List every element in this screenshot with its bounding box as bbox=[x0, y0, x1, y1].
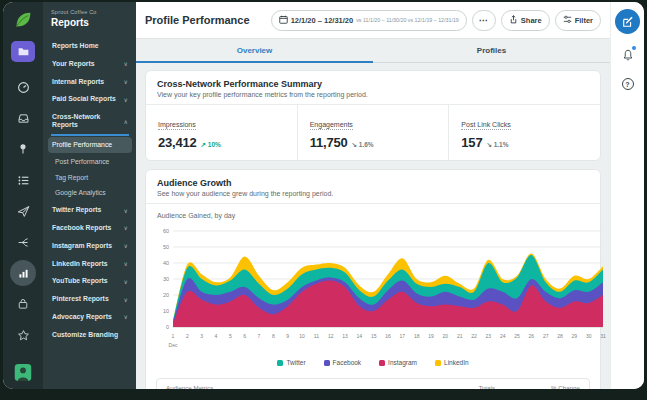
svg-text:4: 4 bbox=[215, 333, 218, 339]
svg-text:29: 29 bbox=[572, 333, 578, 339]
sidebar-item-pinterest-reports[interactable]: Pinterest Reports∨ bbox=[51, 290, 129, 308]
sidebar-item-facebook-reports[interactable]: Facebook Reports∨ bbox=[51, 219, 129, 237]
metric-post-link-clicks: Post Link Clicks157↘ 1.1% bbox=[448, 105, 600, 160]
legend-item-instagram: Instagram bbox=[379, 359, 417, 366]
svg-text:40: 40 bbox=[163, 260, 169, 266]
svg-text:13: 13 bbox=[342, 333, 348, 339]
help-icon[interactable]: ? bbox=[622, 78, 634, 90]
filter-sliders-icon bbox=[563, 15, 572, 26]
table-header-change: % Change bbox=[495, 384, 580, 389]
metric-impressions: Impressions23,412↗ 10% bbox=[146, 105, 297, 160]
notifications-bell-icon[interactable] bbox=[622, 47, 634, 65]
sidebar-item-twitter-reports[interactable]: Twitter Reports∨ bbox=[51, 201, 129, 219]
svg-text:11: 11 bbox=[314, 333, 319, 339]
store-bag-icon[interactable] bbox=[10, 291, 36, 317]
chevron-down-icon: ∨ bbox=[124, 242, 128, 249]
svg-text:28: 28 bbox=[557, 333, 563, 339]
audience-title: Audience Growth bbox=[157, 178, 589, 188]
listening-split-icon[interactable] bbox=[10, 229, 36, 255]
filter-button[interactable]: Filter bbox=[555, 10, 601, 31]
sidebar-item-label: Instagram Reports bbox=[52, 242, 112, 250]
report-content: Cross-Network Performance Summary View y… bbox=[136, 63, 610, 389]
share-icon bbox=[509, 15, 518, 26]
sidebar-item-internal-reports[interactable]: Internal Reports∨ bbox=[51, 73, 129, 91]
sidebar-item-cross-network-reports[interactable]: Cross-Network Reports∧ bbox=[51, 108, 129, 136]
inbox-icon[interactable] bbox=[10, 105, 36, 131]
sidebar-item-youtube-reports[interactable]: YouTube Reports∨ bbox=[51, 272, 129, 290]
reports-bar-chart-icon[interactable] bbox=[10, 260, 36, 286]
cross-network-summary-card: Cross-Network Performance Summary View y… bbox=[145, 70, 601, 161]
chevron-down-icon: ∨ bbox=[124, 207, 128, 214]
svg-text:15: 15 bbox=[371, 333, 377, 339]
metric-engagements: Engagements11,750↘ 1.6% bbox=[297, 105, 449, 160]
legend-label: LinkedIn bbox=[444, 359, 469, 366]
audience-chart-section: Audience Gained, by day 0102030405060123… bbox=[146, 203, 600, 374]
sidebar-item-reports-home[interactable]: Reports Home bbox=[51, 37, 129, 55]
svg-text:17: 17 bbox=[400, 333, 406, 339]
topbar-actions: 12/1/20 – 12/31/20 vs 11/1/20 – 11/30/20… bbox=[271, 10, 601, 31]
svg-text:26: 26 bbox=[529, 333, 535, 339]
topbar: Profile Performance 12/1/20 – 12/31/20 v… bbox=[136, 2, 610, 39]
org-name: Sprout Coffee Co bbox=[51, 9, 129, 15]
sidebar-item-your-reports[interactable]: Your Reports∨ bbox=[51, 55, 129, 73]
publishing-paper-plane-icon[interactable] bbox=[10, 198, 36, 224]
svg-text:20: 20 bbox=[443, 333, 449, 339]
sidebar-item-label: Advocacy Reports bbox=[52, 313, 112, 321]
svg-text:9: 9 bbox=[286, 333, 289, 339]
chevron-down-icon: ∨ bbox=[124, 96, 128, 103]
sidebar-item-linkedin-reports[interactable]: LinkedIn Reports∨ bbox=[51, 255, 129, 273]
dashboard-icon[interactable] bbox=[10, 74, 36, 100]
sidebar-item-label: Facebook Reports bbox=[52, 224, 111, 232]
compose-button[interactable] bbox=[615, 9, 640, 34]
sidebar-item-label: LinkedIn Reports bbox=[52, 260, 108, 268]
chevron-down-icon: ∨ bbox=[124, 224, 128, 231]
metric-label[interactable]: Impressions bbox=[158, 121, 196, 130]
svg-text:30: 30 bbox=[163, 276, 169, 282]
sidebar-item-label: Post Performance bbox=[55, 158, 109, 166]
svg-text:50: 50 bbox=[163, 244, 169, 250]
sidebar-item-instagram-reports[interactable]: Instagram Reports∨ bbox=[51, 237, 129, 255]
user-avatar[interactable] bbox=[15, 364, 32, 381]
svg-text:31: 31 bbox=[600, 333, 606, 339]
share-button[interactable]: Share bbox=[501, 10, 550, 31]
advocacy-star-icon[interactable] bbox=[10, 322, 36, 348]
app-icon-rail bbox=[3, 2, 43, 389]
svg-text:22: 22 bbox=[471, 333, 477, 339]
sprout-leaf-logo[interactable] bbox=[12, 9, 34, 31]
more-options-button[interactable]: ⋯ bbox=[472, 10, 496, 31]
svg-text:3: 3 bbox=[200, 333, 203, 339]
sidebar-item-paid-social-reports[interactable]: Paid Social Reports∨ bbox=[51, 90, 129, 108]
svg-text:20: 20 bbox=[163, 292, 169, 298]
sidebar-item-profile-performance[interactable]: Profile Performance bbox=[48, 137, 132, 153]
sidebar-item-label: Customize Branding bbox=[52, 331, 118, 339]
tab-overview[interactable]: Overview bbox=[136, 39, 373, 63]
feeds-list-icon[interactable] bbox=[10, 167, 36, 193]
svg-text:10: 10 bbox=[299, 333, 305, 339]
sidebar-item-post-performance[interactable]: Post Performance bbox=[51, 154, 129, 170]
legend-swatch bbox=[435, 360, 441, 366]
metric-label[interactable]: Engagements bbox=[310, 121, 353, 130]
svg-text:12: 12 bbox=[328, 333, 334, 339]
main-content: Profile Performance 12/1/20 – 12/31/20 v… bbox=[136, 2, 610, 389]
svg-text:27: 27 bbox=[543, 333, 549, 339]
metric-label[interactable]: Post Link Clicks bbox=[461, 121, 510, 130]
pin-icon[interactable] bbox=[10, 136, 36, 162]
sidebar-item-customize-branding[interactable]: Customize Branding bbox=[51, 326, 129, 344]
svg-text:30: 30 bbox=[586, 333, 592, 339]
sidebar-item-label: Cross-Network Reports bbox=[52, 113, 122, 129]
sidebar-title: Reports bbox=[51, 17, 129, 28]
sidebar-item-google-analytics[interactable]: Google Analytics bbox=[51, 185, 129, 201]
metric-value: 11,750 bbox=[310, 135, 348, 150]
legend-label: Instagram bbox=[388, 359, 417, 366]
tab-profiles[interactable]: Profiles bbox=[373, 39, 610, 63]
chevron-down-icon: ∨ bbox=[124, 260, 128, 267]
report-tabs: OverviewProfiles bbox=[136, 39, 610, 63]
app-window: Sprout Coffee Co Reports Reports HomeYou… bbox=[3, 2, 644, 389]
date-range-label: 12/1/20 – 12/31/20 bbox=[291, 16, 354, 25]
sidebar-item-advocacy-reports[interactable]: Advocacy Reports∨ bbox=[51, 308, 129, 326]
sidebar-item-label: Reports Home bbox=[52, 42, 98, 50]
date-range-button[interactable]: 12/1/20 – 12/31/20 vs 11/1/20 – 11/30/20… bbox=[271, 10, 467, 31]
folder-nav-icon[interactable] bbox=[11, 41, 35, 62]
sidebar-item-tag-report[interactable]: Tag Report bbox=[51, 170, 129, 186]
sidebar-item-label: Google Analytics bbox=[55, 189, 106, 197]
